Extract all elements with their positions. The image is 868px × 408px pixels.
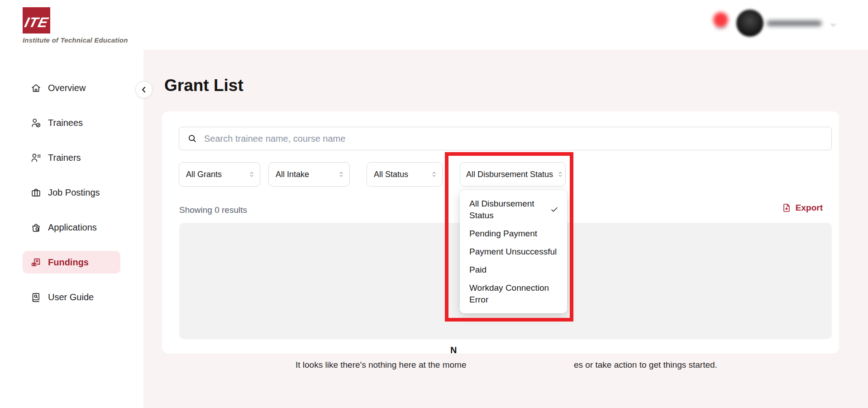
filter-intake-label: All Intake: [276, 170, 309, 179]
sidebar: Overview Trainees Trainers Job Posting: [0, 50, 143, 408]
empty-state-message-end: es or take action to get things started.: [574, 360, 717, 370]
user-name-blurred: [767, 20, 822, 26]
top-header: ITE Institute of Technical Education: [0, 0, 868, 50]
sidebar-item-label: User Guide: [48, 292, 94, 302]
sidebar-item-label: Overview: [48, 83, 86, 93]
ite-logo-subtitle: Institute of Technical Education: [23, 36, 128, 44]
sidebar-item-applications[interactable]: Applications: [23, 216, 120, 239]
home-icon: [30, 82, 42, 94]
export-button[interactable]: Export: [782, 203, 823, 213]
file-download-icon: [782, 203, 792, 213]
search-input[interactable]: [203, 133, 823, 144]
filter-grants-label: All Grants: [186, 170, 222, 179]
unfold-chevron-icon: [430, 171, 438, 178]
sidebar-collapse-button[interactable]: [135, 81, 153, 98]
disbursement-status-menu: All Disbursement Status Pending Payment …: [460, 190, 567, 313]
sidebar-item-label: Fundings: [48, 257, 89, 268]
main-content: Grant List All Grants All Intake: [143, 50, 868, 408]
sidebar-item-overview[interactable]: Overview: [23, 77, 120, 99]
filter-disbursement-status-dropdown[interactable]: All Disbursement Status: [460, 162, 566, 187]
user-list-icon: [30, 152, 42, 163]
sidebar-item-trainees[interactable]: Trainees: [23, 111, 120, 134]
sidebar-item-job-postings[interactable]: Job Postings: [23, 181, 120, 204]
sidebar-item-user-guide[interactable]: User Guide: [23, 286, 120, 308]
unfold-chevron-icon: [338, 171, 345, 178]
results-summary: Showing 0 results: [179, 205, 247, 215]
book-search-icon: [30, 292, 42, 303]
user-avatar[interactable]: [736, 10, 763, 37]
page-title: Grant List: [164, 75, 243, 96]
menu-option-all-disbursement-status[interactable]: All Disbursement Status: [460, 195, 567, 225]
sidebar-item-fundings[interactable]: Fundings: [23, 251, 120, 274]
sidebar-item-label: Applications: [48, 222, 97, 233]
filter-disbursement-label: All Disbursement Status: [466, 170, 553, 179]
export-label: Export: [796, 203, 823, 213]
filter-intake-dropdown[interactable]: All Intake: [268, 162, 350, 187]
chevron-left-icon: [139, 85, 148, 94]
chevron-down-icon[interactable]: [829, 21, 837, 29]
filter-grants-dropdown[interactable]: All Grants: [179, 162, 260, 187]
filter-status-label: All Status: [374, 170, 408, 179]
notification-badge[interactable]: [713, 12, 728, 27]
grant-list-card: All Grants All Intake All Status All Dis…: [162, 111, 839, 354]
menu-option-payment-unsuccessful[interactable]: Payment Unsuccessful: [460, 243, 567, 261]
empty-state-message-start: It looks like there's nothing here at th…: [296, 360, 467, 370]
filter-status-dropdown[interactable]: All Status: [367, 162, 443, 187]
ite-logo-text: ITE: [23, 12, 50, 34]
user-check-icon: [30, 117, 42, 129]
receipt-money-icon: [30, 257, 42, 268]
search-bar[interactable]: [179, 127, 832, 150]
check-icon: [550, 205, 559, 214]
unfold-chevron-icon: [248, 171, 255, 178]
sidebar-item-label: Trainees: [48, 118, 83, 128]
search-icon: [187, 134, 197, 144]
unfold-chevron-icon: [557, 171, 564, 178]
sidebar-item-trainers[interactable]: Trainers: [23, 146, 120, 169]
sidebar-item-label: Job Postings: [48, 187, 100, 198]
sidebar-item-label: Trainers: [48, 153, 81, 163]
bag-search-icon: [30, 222, 42, 233]
menu-option-paid[interactable]: Paid: [460, 261, 567, 279]
ite-logo: ITE: [23, 7, 50, 34]
menu-option-workday-connection-error[interactable]: Workday Connection Error: [460, 279, 567, 309]
menu-option-pending-payment[interactable]: Pending Payment: [460, 225, 567, 243]
empty-state-heading-fragment: N: [450, 345, 457, 355]
briefcase-icon: [30, 187, 42, 198]
